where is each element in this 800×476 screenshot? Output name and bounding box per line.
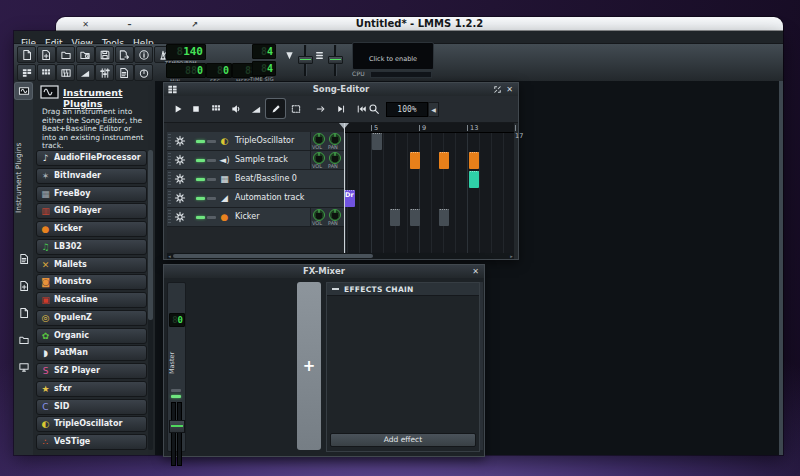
pattern-segment[interactable] — [410, 209, 420, 226]
time-display-sec[interactable]: 80 — [206, 63, 232, 78]
track-solo-led[interactable] — [207, 216, 216, 219]
sidebar-tab-my-samples[interactable] — [15, 251, 32, 267]
pattern-segment[interactable] — [410, 152, 420, 169]
pattern-segment[interactable] — [439, 152, 449, 169]
timesig-numerator[interactable]: 84 — [252, 44, 276, 59]
sidebar-tab-my-home[interactable] — [15, 305, 32, 321]
track-grip[interactable] — [168, 153, 171, 167]
new-project-button[interactable] — [17, 46, 36, 63]
recent-projects-button[interactable] — [76, 46, 95, 63]
automation-editor-button[interactable] — [76, 64, 95, 81]
track-mute-led[interactable] — [196, 216, 205, 219]
song-editor-titlebar[interactable]: Song-Editor ✕ — [164, 83, 518, 97]
master-channel-lcd[interactable]: 80 — [169, 313, 185, 327]
plugin-monstro[interactable]: ◙Monstro — [36, 274, 147, 290]
song-editor-hscroll-thumb[interactable] — [173, 254, 373, 258]
track-row-sample-track[interactable]: ◄)Sample trackVOLPAN — [167, 151, 344, 170]
plugin-organic[interactable]: ✿Organic — [36, 328, 147, 344]
plugin-tripleoscillator[interactable]: ◐TripleOscillator — [36, 416, 147, 432]
song-editor-hscrollbar[interactable]: ◂ ▸ — [167, 253, 514, 259]
stop-button[interactable] — [186, 99, 205, 118]
sidebar-tab-root-directory[interactable] — [15, 332, 32, 348]
master-pitch-slider[interactable] — [328, 45, 341, 76]
bb-editor-button[interactable] — [37, 64, 56, 81]
master-solo-led[interactable] — [171, 389, 181, 392]
track-name[interactable]: Beat/Bassline 0 — [235, 170, 297, 188]
track-solo-led[interactable] — [207, 178, 216, 181]
fx-mixer-vscrollbar[interactable] — [480, 282, 483, 450]
master-pitch-handle[interactable] — [328, 56, 343, 64]
track-grip[interactable] — [168, 172, 171, 186]
add-automation-track-button[interactable] — [246, 99, 265, 118]
plugin-opulenz[interactable]: ◎OpulenZ — [36, 310, 147, 326]
collapse-icon[interactable] — [332, 288, 339, 290]
fx-mixer-titlebar[interactable]: FX-Mixer ✕ — [164, 265, 484, 279]
add-sample-track-button[interactable] — [226, 99, 245, 118]
controller-rack-button[interactable] — [134, 64, 153, 81]
effects-chain-header[interactable]: EFFECTS CHAIN — [327, 283, 479, 296]
track-mute-led[interactable] — [196, 140, 205, 143]
new-fx-channel-button[interactable]: + — [297, 282, 321, 450]
plugin-list-scrollbar-thumb[interactable] — [148, 150, 153, 320]
master-volume-slider[interactable] — [298, 45, 311, 76]
pattern-segment[interactable]: Dr — [344, 190, 355, 207]
plugin-lb302[interactable]: ♫LB302 — [36, 239, 147, 255]
track-name[interactable]: TripleOscillator — [235, 132, 294, 150]
track-row-automation-track[interactable]: ◢Automation track — [167, 189, 344, 208]
track-name[interactable]: Automation track — [235, 189, 305, 207]
track-gear-icon[interactable] — [174, 173, 186, 185]
plugin-sf2-player[interactable]: SSf2 Player — [36, 363, 147, 379]
plugin-audiofileprocessor[interactable]: ♪AudioFileProcessor — [36, 150, 147, 166]
fx-mixer-button[interactable] — [95, 64, 114, 81]
plugin-kicker[interactable]: ●Kicker — [36, 221, 147, 237]
zoom-level-display[interactable]: 100% — [386, 102, 428, 117]
pattern-segment[interactable] — [439, 209, 449, 226]
track-grip[interactable] — [168, 210, 171, 224]
plugin-mallets[interactable]: ✕Mallets — [36, 257, 147, 273]
song-editor-button[interactable] — [17, 64, 36, 81]
track-gear-icon[interactable] — [174, 211, 186, 223]
plugin-sfxr[interactable]: ★sfxr — [36, 381, 147, 397]
time-display-min[interactable]: 880 — [166, 63, 206, 78]
play-button[interactable] — [168, 99, 187, 118]
piano-roll-button[interactable] — [56, 64, 75, 81]
zoom-spin-button[interactable]: ◀ — [428, 102, 439, 117]
edit-mode-button[interactable] — [286, 99, 305, 118]
track-row-kicker[interactable]: ●KickerVOLPAN — [167, 208, 344, 227]
plugin-nescaline[interactable]: ▣Nescaline — [36, 292, 147, 308]
track-mute-led[interactable] — [196, 159, 205, 162]
follow-playhead-button[interactable] — [311, 99, 330, 118]
fx-mixer-close-icon[interactable]: ✕ — [470, 266, 481, 277]
save-project-button[interactable] — [95, 46, 114, 63]
plugin-list-scrollbar[interactable] — [148, 150, 153, 450]
plugin-bitinvader[interactable]: ✶BitInvader — [36, 168, 147, 184]
pattern-segment[interactable] — [469, 171, 479, 188]
song-editor-maximize-icon[interactable] — [492, 84, 503, 95]
track-name[interactable]: Kicker — [235, 208, 259, 226]
track-name[interactable]: Sample track — [235, 151, 288, 169]
jump-to-end-button[interactable] — [331, 99, 350, 118]
export-project-button[interactable] — [115, 46, 134, 63]
track-gear-icon[interactable] — [174, 192, 186, 204]
plugin-gig-player[interactable]: ▥GIG Player — [36, 203, 147, 219]
sidebar-tab-computer[interactable] — [15, 359, 32, 375]
song-timeline-grid[interactable]: Dr — [344, 123, 514, 253]
new-from-template-button[interactable] — [37, 46, 56, 63]
song-editor-close-icon[interactable]: ✕ — [504, 84, 515, 95]
track-mute-led[interactable] — [196, 178, 205, 181]
fx-channel-master[interactable]: 80 Master — [167, 282, 186, 452]
plugin-sid[interactable]: CSID — [36, 399, 147, 415]
track-solo-led[interactable] — [207, 159, 216, 162]
add-bb-track-button[interactable] — [206, 99, 225, 118]
track-grip[interactable] — [168, 134, 171, 148]
scroll-left-icon[interactable]: ◂ — [167, 253, 172, 259]
track-row-beat-bassline-0[interactable]: ▦Beat/Bassline 0 — [167, 170, 344, 189]
track-solo-led[interactable] — [207, 197, 216, 200]
tempo-display[interactable]: 8140 — [166, 44, 206, 60]
pattern-segment[interactable] — [372, 133, 382, 150]
track-solo-led[interactable] — [207, 140, 216, 143]
track-gear-icon[interactable] — [174, 154, 186, 166]
sidebar-tab-instrument-plugins[interactable] — [15, 83, 32, 99]
sidebar-tab-my-presets[interactable] — [15, 278, 32, 294]
master-mute-led[interactable] — [171, 395, 181, 398]
